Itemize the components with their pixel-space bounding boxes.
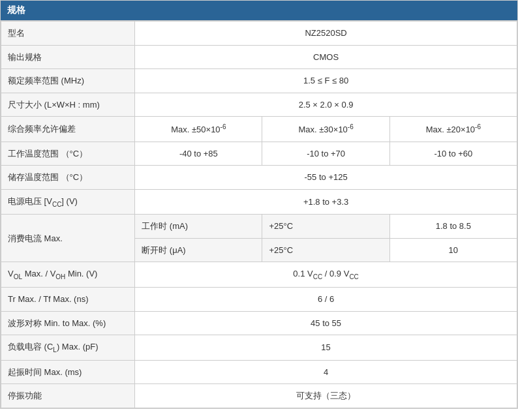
- row-label: 波形对称 Min. to Max. (%): [1, 311, 135, 335]
- row-value: 可支持（三态）: [135, 384, 517, 408]
- row-label: 型名: [1, 22, 135, 46]
- row-value: NZ2520SD: [135, 22, 517, 46]
- row-value-1: Max. ±50×10-6: [135, 117, 262, 142]
- row-value-3: Max. ±20×10-6: [389, 117, 517, 142]
- table-row: VOL Max. / VOH Min. (V)0.1 VCC / 0.9 VCC: [1, 262, 517, 288]
- row-label: 综合频率允许偏差: [1, 117, 135, 142]
- row-sub-temp-2: +25°C: [262, 238, 389, 262]
- row-value-2: Max. ±30×10-6: [262, 117, 389, 142]
- row-label: 尺寸大小 (L×W×H : mm): [1, 93, 135, 117]
- table-row: 额定频率范围 (MHz)1.5 ≤ F ≤ 80: [1, 69, 517, 93]
- row-label: 负载电容 (CL) Max. (pF): [1, 335, 135, 361]
- row-sub-label-1: 工作时 (mA): [135, 215, 262, 239]
- row-value: 15: [135, 335, 517, 361]
- row-sub-value-2: 10: [389, 238, 517, 262]
- row-value: +1.8 to +3.3: [135, 189, 517, 215]
- table-row: 工作温度范围 （°C）-40 to +85-10 to +70-10 to +6…: [1, 142, 517, 166]
- table-row: 储存温度范围 （°C）-55 to +125: [1, 166, 517, 190]
- row-label: 起振时间 Max. (ms): [1, 360, 135, 384]
- table-row: 停振功能可支持（三态）: [1, 384, 517, 408]
- row-label: VOL Max. / VOH Min. (V): [1, 262, 135, 288]
- table-row: 尺寸大小 (L×W×H : mm)2.5 × 2.0 × 0.9: [1, 93, 517, 117]
- spec-header: 规格: [1, 1, 517, 21]
- table-row: 综合频率允许偏差Max. ±50×10-6Max. ±30×10-6Max. ±…: [1, 117, 517, 142]
- row-sub-value-1: 1.8 to 8.5: [389, 215, 517, 239]
- spec-table: 型名NZ2520SD输出规格CMOS额定频率范围 (MHz)1.5 ≤ F ≤ …: [1, 21, 517, 408]
- row-sub-label-2: 断开时 (μA): [135, 238, 262, 262]
- row-value: 45 to 55: [135, 311, 517, 335]
- row-value-1: -40 to +85: [135, 142, 262, 166]
- row-value-3: -10 to +60: [389, 142, 517, 166]
- row-sub-temp-1: +25°C: [262, 215, 389, 239]
- table-row: 波形对称 Min. to Max. (%)45 to 55: [1, 311, 517, 335]
- row-label: 储存温度范围 （°C）: [1, 166, 135, 190]
- row-label: 输出规格: [1, 45, 135, 69]
- table-row: 起振时间 Max. (ms)4: [1, 360, 517, 384]
- row-label: 额定频率范围 (MHz): [1, 69, 135, 93]
- table-row: 型名NZ2520SD: [1, 22, 517, 46]
- row-label-main: 消费电流 Max.: [1, 215, 135, 262]
- row-label: Tr Max. / Tf Max. (ns): [1, 288, 135, 312]
- table-row: 消费电流 Max.工作时 (mA)+25°C1.8 to 8.5: [1, 215, 517, 239]
- table-row: 电源电压 [VCC] (V)+1.8 to +3.3: [1, 189, 517, 215]
- row-value: 2.5 × 2.0 × 0.9: [135, 93, 517, 117]
- row-label: 工作温度范围 （°C）: [1, 142, 135, 166]
- row-value: 1.5 ≤ F ≤ 80: [135, 69, 517, 93]
- row-label: 电源电压 [VCC] (V): [1, 189, 135, 215]
- row-value: 0.1 VCC / 0.9 VCC: [135, 262, 517, 288]
- row-value: 6 / 6: [135, 288, 517, 312]
- row-label: 停振功能: [1, 384, 135, 408]
- row-value: 4: [135, 360, 517, 384]
- table-row: 输出规格CMOS: [1, 45, 517, 69]
- spec-container: 规格 型名NZ2520SD输出规格CMOS额定频率范围 (MHz)1.5 ≤ F…: [0, 0, 518, 409]
- table-row: Tr Max. / Tf Max. (ns)6 / 6: [1, 288, 517, 312]
- spec-title: 规格: [7, 5, 25, 15]
- row-value: -55 to +125: [135, 166, 517, 190]
- row-value-2: -10 to +70: [262, 142, 389, 166]
- table-row: 负载电容 (CL) Max. (pF)15: [1, 335, 517, 361]
- row-value: CMOS: [135, 45, 517, 69]
